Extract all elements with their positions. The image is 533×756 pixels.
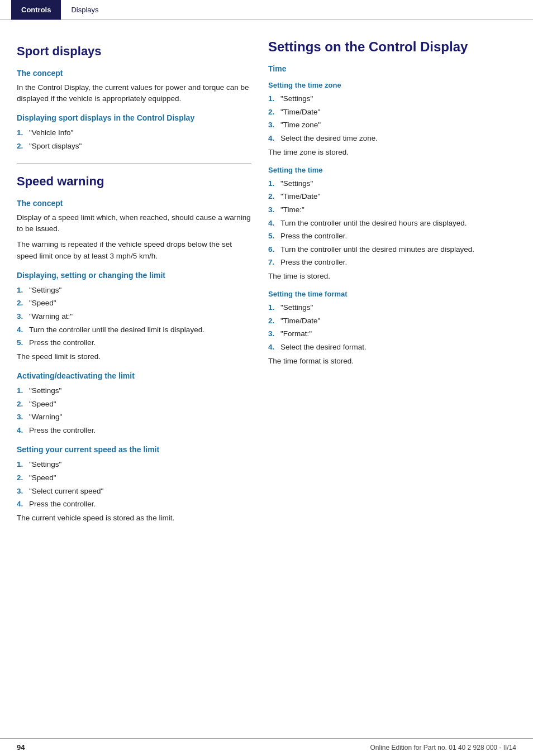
list-item: 1."Settings" bbox=[17, 458, 251, 471]
tab-displays[interactable]: Displays bbox=[61, 0, 108, 20]
list-item: 3."Time zone" bbox=[268, 119, 508, 131]
header-nav: Controls Displays bbox=[0, 0, 533, 20]
list-item: 3."Warning" bbox=[17, 411, 251, 423]
displaying-steps: 1."Settings" 2."Speed" 3."Warning at:" 4… bbox=[17, 284, 251, 349]
settings-title: Settings on the Control Display bbox=[268, 38, 508, 55]
list-item: 2."Sport displays" bbox=[17, 140, 251, 152]
speed-concept-text2: The warning is repeated if the vehicle s… bbox=[17, 239, 251, 262]
list-item: 5.Press the controller. bbox=[268, 230, 508, 242]
list-item: 3."Warning at:" bbox=[17, 310, 251, 323]
list-item: 1."Vehicle Info" bbox=[17, 127, 251, 139]
list-item: 1."Settings" bbox=[268, 178, 508, 190]
page-number: 94 bbox=[17, 743, 25, 752]
time-heading-sub: Setting the time bbox=[268, 166, 508, 174]
tab-controls-label: Controls bbox=[21, 6, 51, 14]
time-format-heading: Setting the time format bbox=[268, 290, 508, 298]
tab-displays-label: Displays bbox=[71, 6, 98, 14]
speed-concept-heading: The concept bbox=[17, 199, 251, 208]
time-note: The time is stored. bbox=[268, 271, 508, 282]
right-column: Settings on the Control Display Time Set… bbox=[268, 34, 508, 528]
list-item: 4.Turn the controller until the desired … bbox=[17, 324, 251, 336]
list-item: 1."Settings" bbox=[17, 284, 251, 296]
setting-current-note: The current vehicle speed is stored as t… bbox=[17, 513, 251, 524]
sport-concept-heading: The concept bbox=[17, 69, 251, 78]
list-item: 7.Press the controller. bbox=[268, 256, 508, 269]
activating-steps: 1."Settings" 2."Speed" 3."Warning" 4.Pre… bbox=[17, 385, 251, 436]
list-item: 4.Press the controller. bbox=[17, 498, 251, 510]
list-item: 3."Select current speed" bbox=[17, 485, 251, 497]
timezone-heading: Setting the time zone bbox=[268, 81, 508, 89]
edition-text: Online Edition for Part no. 01 40 2 928 … bbox=[370, 744, 516, 752]
sport-displays-title: Sport displays bbox=[17, 44, 251, 60]
list-item: 4.Press the controller. bbox=[17, 424, 251, 437]
left-column: Sport displays The concept In the Contro… bbox=[17, 34, 251, 528]
list-item: 1."Settings" bbox=[17, 385, 251, 397]
list-item: 4.Turn the controller until the desired … bbox=[268, 217, 508, 229]
divider bbox=[17, 163, 251, 164]
list-item: 6.Turn the controller until the desired … bbox=[268, 243, 508, 256]
timezone-steps: 1."Settings" 2."Time/Date" 3."Time zone"… bbox=[268, 93, 508, 144]
speed-concept-text1: Display of a speed limit which, when rea… bbox=[17, 212, 251, 235]
footer: 94 Online Edition for Part no. 01 40 2 9… bbox=[0, 738, 533, 756]
displaying-note: The speed limit is stored. bbox=[17, 351, 251, 362]
page-content: Sport displays The concept In the Contro… bbox=[0, 20, 533, 562]
list-item: 5.Press the controller. bbox=[17, 337, 251, 349]
list-item: 4.Select the desired format. bbox=[268, 341, 508, 353]
setting-current-steps: 1."Settings" 2."Speed" 3."Select current… bbox=[17, 458, 251, 510]
time-steps: 1."Settings" 2."Time/Date" 3."Time:" 4.T… bbox=[268, 178, 508, 269]
sport-display-heading: Displaying sport displays in the Control… bbox=[17, 113, 251, 122]
list-item: 2."Speed" bbox=[17, 398, 251, 410]
list-item: 2."Speed" bbox=[17, 297, 251, 309]
tab-controls[interactable]: Controls bbox=[11, 0, 61, 20]
list-item: 4.Select the desired time zone. bbox=[268, 132, 508, 145]
list-item: 1."Settings" bbox=[268, 93, 508, 105]
list-item: 3."Time:" bbox=[268, 204, 508, 216]
setting-current-heading: Setting your current speed as the limit bbox=[17, 445, 251, 454]
list-item: 2."Time/Date" bbox=[268, 106, 508, 118]
timezone-note: The time zone is stored. bbox=[268, 147, 508, 158]
activating-heading: Activating/deactivating the limit bbox=[17, 371, 251, 380]
list-item: 3."Format:" bbox=[268, 328, 508, 340]
time-format-note: The time format is stored. bbox=[268, 356, 508, 367]
sport-concept-text: In the Control Display, the current valu… bbox=[17, 82, 251, 105]
time-heading: Time bbox=[268, 64, 508, 73]
displaying-heading: Displaying, setting or changing the limi… bbox=[17, 271, 251, 280]
list-item: 2."Time/Date" bbox=[268, 315, 508, 327]
list-item: 2."Speed" bbox=[17, 472, 251, 484]
list-item: 1."Settings" bbox=[268, 302, 508, 314]
speed-warning-title: Speed warning bbox=[17, 174, 251, 190]
time-format-steps: 1."Settings" 2."Time/Date" 3."Format:" 4… bbox=[268, 302, 508, 353]
sport-display-steps: 1."Vehicle Info" 2."Sport displays" bbox=[17, 127, 251, 152]
list-item: 2."Time/Date" bbox=[268, 190, 508, 203]
